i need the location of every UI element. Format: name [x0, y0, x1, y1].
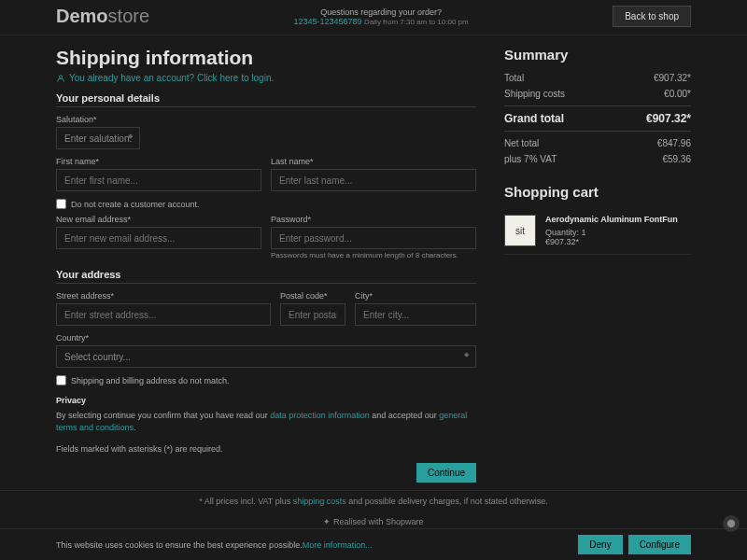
summary-shipping: Shipping costs€0.00*	[504, 86, 691, 102]
country-select[interactable]: Select country...	[56, 345, 476, 368]
street-input[interactable]	[56, 303, 271, 326]
email-label: New email address*	[56, 215, 261, 224]
summary-total: Total€907.32*	[504, 70, 691, 86]
firstname-input[interactable]	[56, 169, 261, 191]
cookie-bar: This website uses cookies to ensure the …	[0, 528, 747, 560]
lastname-input[interactable]	[271, 169, 476, 191]
firstname-label: First name*	[56, 157, 261, 166]
password-label: Password*	[271, 215, 476, 224]
phone-link[interactable]: 12345-123456789	[294, 17, 362, 26]
password-input[interactable]	[271, 227, 476, 249]
page-title: Shipping information	[56, 47, 476, 69]
postal-label: Postal code*	[280, 291, 345, 301]
data-protection-link[interactable]: data protection information	[270, 411, 370, 420]
country-label: Country*	[56, 333, 476, 343]
salutation-select[interactable]: Enter salutation...	[56, 127, 140, 149]
logo[interactable]: Demostore	[56, 6, 149, 27]
section-personal: Your personal details	[56, 92, 476, 107]
cart-item-image: sit	[504, 215, 536, 246]
diff-address-checkbox[interactable]: Shipping and billing address do not matc…	[56, 375, 476, 385]
svg-point-0	[59, 75, 62, 77]
city-label: City*	[355, 291, 476, 301]
salutation-label: Salutation*	[56, 115, 140, 124]
summary-title: Summary	[504, 47, 691, 63]
login-link[interactable]: You already have an account? Click here …	[56, 73, 476, 83]
summary-grandtotal: Grand total€907.32*	[504, 105, 691, 132]
street-label: Street address*	[56, 291, 271, 301]
shipping-costs-link[interactable]: shipping costs	[293, 497, 346, 506]
lastname-label: Last name*	[271, 157, 476, 166]
cookie-configure-button[interactable]: Configure	[628, 535, 691, 554]
no-account-checkbox[interactable]: Do not create a customer account.	[56, 199, 476, 209]
city-input[interactable]	[355, 303, 476, 326]
summary-vat: plus 7% VAT€59.36	[504, 151, 691, 167]
cookie-deny-button[interactable]: Deny	[578, 535, 622, 554]
help-badge[interactable]	[723, 515, 740, 532]
required-note: Fields marked with asterisks (*) are req…	[56, 444, 476, 454]
order-question: Questions regarding your order? 12345-12…	[149, 6, 613, 26]
privacy-text: Privacy By selecting continue you confir…	[56, 395, 476, 435]
svg-point-1	[727, 520, 735, 527]
cart-item-qty: Quantity: 1	[545, 228, 678, 237]
postal-input[interactable]	[280, 303, 345, 326]
back-to-shop-button[interactable]: Back to shop	[613, 6, 691, 27]
user-icon	[56, 74, 65, 83]
cart-item: sit Aerodynamic Aluminum FontFun Quantit…	[504, 207, 691, 255]
cart-item-name: Aerodynamic Aluminum FontFun	[545, 215, 678, 224]
cookie-more-link[interactable]: More information...	[303, 540, 373, 550]
cart-item-price: €907.32*	[545, 237, 678, 246]
summary-net: Net total€847.96	[504, 135, 691, 151]
footer-prices: * All prices incl. VAT plus shipping cos…	[0, 490, 747, 511]
continue-button[interactable]: Continue	[416, 463, 476, 483]
section-address: Your address	[56, 269, 476, 284]
password-hint: Passwords must have a minimum length of …	[271, 251, 476, 259]
chat-icon	[726, 519, 736, 528]
email-input[interactable]	[56, 227, 261, 249]
cart-title: Shopping cart	[504, 184, 691, 200]
